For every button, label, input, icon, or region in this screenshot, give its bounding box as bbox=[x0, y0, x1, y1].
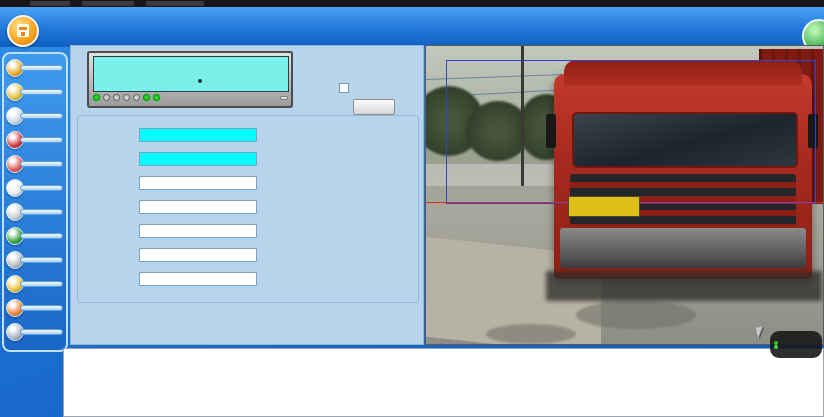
comm-settings-button[interactable] bbox=[280, 96, 288, 100]
ground-stain bbox=[576, 301, 696, 329]
led-indicator-row bbox=[92, 91, 288, 104]
sidebar-item-11[interactable] bbox=[6, 299, 63, 316]
led-indicator bbox=[142, 94, 150, 101]
sidebar-item-label bbox=[20, 281, 63, 287]
form-input[interactable] bbox=[139, 224, 257, 238]
sidebar-item-1[interactable] bbox=[6, 59, 63, 76]
sidebar-item-label bbox=[20, 113, 63, 119]
sidebar-item-10[interactable] bbox=[6, 275, 63, 292]
sidebar-item-label bbox=[20, 65, 63, 71]
led-indicator-dot bbox=[103, 94, 110, 101]
background-window-fragment bbox=[146, 1, 204, 6]
close-infrared-checkbox[interactable] bbox=[339, 83, 353, 93]
sidebar-item-5[interactable] bbox=[6, 155, 63, 172]
checkbox-icon[interactable] bbox=[339, 83, 349, 93]
form-input[interactable] bbox=[139, 128, 257, 142]
led-weight-display bbox=[87, 51, 293, 108]
sidebar-item-label bbox=[20, 305, 63, 311]
led-indicator bbox=[92, 94, 100, 101]
led-indicator bbox=[102, 94, 110, 101]
form-row bbox=[80, 176, 258, 190]
weighing-form bbox=[77, 115, 419, 303]
sidebar-item-label bbox=[20, 161, 63, 167]
led-indicator bbox=[112, 94, 120, 101]
led-screen bbox=[93, 56, 289, 92]
form-row bbox=[80, 248, 258, 262]
led-indicator bbox=[152, 94, 160, 101]
led-indicator bbox=[122, 94, 130, 101]
background-window-fragment bbox=[30, 1, 70, 6]
led-indicator-dot bbox=[133, 94, 140, 101]
app-header bbox=[0, 7, 824, 47]
form-row bbox=[80, 272, 258, 286]
sidebar-item-4[interactable] bbox=[6, 131, 63, 148]
weighing-panel bbox=[70, 45, 424, 345]
form-row bbox=[80, 200, 258, 214]
led-indicator-dot bbox=[143, 94, 150, 101]
form-row bbox=[80, 152, 258, 166]
form-input[interactable] bbox=[139, 248, 257, 262]
form-input[interactable] bbox=[139, 200, 257, 214]
stable-dot-indicator bbox=[198, 79, 202, 83]
sidebar-item-3[interactable] bbox=[6, 107, 63, 124]
sidebar-item-9[interactable] bbox=[6, 251, 63, 268]
led-indicator bbox=[132, 94, 140, 101]
sidebar-item-2[interactable] bbox=[6, 83, 63, 100]
form-input[interactable] bbox=[139, 152, 257, 166]
ground-stain bbox=[486, 324, 576, 344]
form-input[interactable] bbox=[139, 272, 257, 286]
license-plate bbox=[568, 196, 640, 217]
records-table bbox=[63, 348, 824, 417]
led-indicator-dot bbox=[113, 94, 120, 101]
sidebar-item-label bbox=[20, 233, 63, 239]
form-row bbox=[80, 128, 258, 142]
sidebar-menu bbox=[2, 52, 68, 352]
sidebar-item-6[interactable] bbox=[6, 179, 63, 196]
led-indicator-dot bbox=[153, 94, 160, 101]
sidebar-item-label bbox=[20, 329, 63, 335]
sidebar-item-label bbox=[20, 137, 63, 143]
truck-bumper bbox=[560, 228, 806, 268]
weighbridge-app-window bbox=[0, 0, 824, 417]
form-input[interactable] bbox=[139, 176, 257, 190]
truck-shadow bbox=[546, 271, 822, 301]
detection-rectangle bbox=[446, 60, 816, 204]
sidebar-item-label bbox=[20, 257, 63, 263]
network-speed-widget[interactable] bbox=[770, 331, 822, 358]
led-indicator-dot bbox=[93, 94, 100, 101]
sidebar-item-8[interactable] bbox=[6, 227, 63, 244]
sidebar-item-label bbox=[20, 89, 63, 95]
sidebar-item-7[interactable] bbox=[6, 203, 63, 220]
app-logo-icon bbox=[7, 15, 39, 47]
sidebar-item-label bbox=[20, 209, 63, 215]
led-indicator-dot bbox=[123, 94, 130, 101]
sidebar-item-12[interactable] bbox=[6, 323, 63, 340]
background-taskbar-strip bbox=[0, 0, 824, 7]
retail-button[interactable] bbox=[353, 99, 395, 115]
background-window-fragment bbox=[82, 1, 134, 6]
camera-panel bbox=[425, 45, 824, 345]
sidebar-item-label bbox=[20, 185, 63, 191]
form-row bbox=[80, 224, 258, 238]
